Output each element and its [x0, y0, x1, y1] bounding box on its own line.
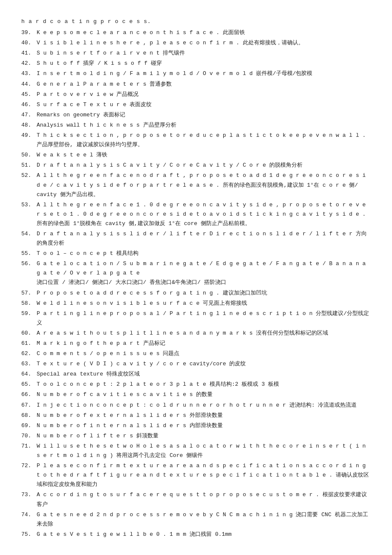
item-number: 71.	[21, 442, 37, 460]
item-text: D r a f t a n a l y s i s s l i d e r / …	[37, 229, 371, 248]
list-item: 54.D r a f t a n a l y s i s s l i d e r…	[21, 229, 371, 248]
item-text: G a t e s n e e d 2 n d p r o c e s s r …	[37, 510, 371, 529]
item-text: P r o p o s e t o a d d r e c e s s f o …	[37, 289, 371, 298]
list-item: 63.T e x t u r e ( V D I ) c a v i t y /…	[21, 359, 371, 369]
item-text: A l l t h e g r e e n f a c e n o d r a …	[37, 171, 371, 199]
list-item: 44.G e n e r a l P a r a m e t e r s 普通参…	[21, 80, 371, 89]
list-item: 55.T o o l – c o n c e p t 模具结构	[21, 249, 371, 258]
list-item: 43.I n s e r t m o l d i n g / F a m i l…	[21, 69, 371, 78]
item-text: P a r t i n g l i n e p r o p o s a l / …	[37, 309, 371, 328]
item-number: 39.	[21, 28, 37, 38]
list-item: 61.M a r k i n g o f t h e p a r t 产品标记	[21, 339, 371, 348]
item-text: N u m b e r o f c a v i t i e s c a v i …	[37, 390, 371, 399]
item-number: 49.	[21, 131, 37, 150]
item-number: 54.	[21, 229, 37, 248]
item-number: 44.	[21, 80, 37, 89]
item-number: 59.	[21, 309, 37, 328]
item-text: C o m m e n t s / o p e n i s s u e s 问题…	[37, 349, 371, 358]
item-number: 65.	[21, 380, 37, 389]
list-item: 70.N u m b e r o f l i f t e r s 斜顶数量	[21, 431, 371, 441]
list-item: 60.A r e a s w i t h o u t s p l i t l i…	[21, 329, 371, 338]
list-item: 45.P a r t o v e r v i e w 产品概况	[21, 90, 371, 99]
item-number: 55.	[21, 249, 37, 258]
item-text: A c c o r d i n g t o s u r f a c e r e …	[37, 490, 371, 509]
list-item: 68.N u m b e r o f e x t e r n a l s l i…	[21, 411, 371, 420]
list-item: 41.S u b i n s e r t f o r a i r v e n t…	[21, 49, 371, 58]
item-text: T o o l – c o n c e p t 模具结构	[37, 249, 371, 258]
item-number: 75.	[21, 530, 37, 539]
intro-line: h a r d c o a t i n g p r o c e s s.	[21, 17, 371, 26]
list-item: 42.S h u t o f f 插穿 / K i s s o f f 碰穿	[21, 59, 371, 68]
list-item: 46.S u r f a c e T e x t u r e 表面皮纹	[21, 100, 371, 110]
item-text: Analysis wall t h i c k n e s s 产品壁厚分析	[37, 121, 371, 130]
item-number: 70.	[21, 431, 37, 441]
item-text: T e x t u r e ( V D I ) c a v i t y / c …	[37, 359, 371, 369]
item-text: W e a k s t e e l 薄铁	[37, 150, 371, 160]
list-item: 50.W e a k s t e e l 薄铁	[21, 150, 371, 160]
items-container: 39.K e e p s o m e c l e a r a n c e o n…	[21, 28, 371, 539]
item-number: 51.	[21, 161, 37, 170]
list-item: 74.G a t e s n e e d 2 n d p r o c e s s…	[21, 510, 371, 529]
list-item: 52.A l l t h e g r e e n f a c e n o d r…	[21, 171, 371, 199]
item-number: 43.	[21, 69, 37, 78]
list-item: 75.G a t e s V e s t i g e w i l l b e 0…	[21, 530, 371, 539]
list-item: 59.P a r t i n g l i n e p r o p o s a l…	[21, 309, 371, 328]
item-number: 62.	[21, 349, 37, 358]
item-text: V i s i b l e l i n e s h e r e , p l e …	[37, 38, 371, 48]
item-number: 46.	[21, 100, 37, 110]
list-item: 58.W e l d l i n e s o n v i s i b l e s…	[21, 299, 371, 308]
item-text: T o o l c o n c e p t : 2 p l a t e o r …	[37, 380, 371, 389]
list-item: 67.I n j e c t i o n c o n c e p t : c o…	[21, 401, 371, 410]
item-number: 41.	[21, 49, 37, 58]
item-text: N u m b e r o f i n t e r n a l s l i d …	[37, 421, 371, 431]
item-text: N u m b e r o f l i f t e r s 斜顶数量	[37, 431, 371, 441]
content-area: h a r d c o a t i n g p r o c e s s. 39.…	[21, 17, 371, 539]
item-number: 73.	[21, 490, 37, 509]
list-item: 53.A l l t h e g r e e n f a c e 1 . 0 d…	[21, 200, 371, 228]
item-text: D r a f t a n a l y s i s C a v i t y / …	[37, 161, 371, 170]
item-text: I n j e c t i o n c o n c e p t : c o l …	[37, 401, 371, 410]
list-item: 48.Analysis wall t h i c k n e s s 产品壁厚分…	[21, 121, 371, 130]
item-number: 64.	[21, 370, 37, 379]
item-number: 40.	[21, 38, 37, 48]
list-item: 47.Remarks on geometry 表面标记	[21, 110, 371, 120]
item-number: 58.	[21, 299, 37, 308]
item-number: 45.	[21, 90, 37, 99]
item-text: I n s e r t m o l d i n g / F a m i l y …	[37, 69, 371, 78]
item-text: P l e a s e c o n f i r m t e x t u r e …	[37, 461, 371, 489]
item-number: 66.	[21, 390, 37, 399]
list-item: 64.Special area texture 特殊皮纹区域	[21, 370, 371, 379]
list-item: 72.P l e a s e c o n f i r m t e x t u r…	[21, 461, 371, 489]
list-item: 57.P r o p o s e t o a d d r e c e s s f…	[21, 289, 371, 298]
item-number: 48.	[21, 121, 37, 130]
item-text: S h u t o f f 插穿 / K i s s o f f 碰穿	[37, 59, 371, 68]
item-number: 57.	[21, 289, 37, 298]
item-number: 67.	[21, 401, 37, 410]
item-number: 63.	[21, 359, 37, 369]
item-number: 47.	[21, 110, 37, 120]
item-number: 50.	[21, 150, 37, 160]
list-item: 73.A c c o r d i n g t o s u r f a c e r…	[21, 490, 371, 509]
item-number: 74.	[21, 510, 37, 529]
item-text: Special area texture 特殊皮纹区域	[37, 370, 371, 379]
item-text: S u r f a c e T e x t u r e 表面皮纹	[37, 100, 371, 110]
item-text: A r e a s w i t h o u t s p l i t l i n …	[37, 329, 371, 338]
list-item: 39.K e e p s o m e c l e a r a n c e o n…	[21, 28, 371, 38]
item-text: W i l l u s e t h e s e t w o H o l e s …	[37, 442, 371, 460]
item-number: 42.	[21, 59, 37, 68]
item-text: S u b i n s e r t f o r a i r v e n t 排气…	[37, 49, 371, 58]
list-item: 65.T o o l c o n c e p t : 2 p l a t e o…	[21, 380, 371, 389]
item-text: A l l t h e g r e e n f a c e 1 . 0 d e …	[37, 200, 371, 228]
item-number: 52.	[21, 171, 37, 199]
item-number: 56.	[21, 259, 37, 287]
list-item: 49.T h i c k s e c t i o n , p r o p o s…	[21, 131, 371, 150]
list-item: 51.D r a f t a n a l y s i s C a v i t y…	[21, 161, 371, 170]
item-text: G a t e l o c a t i o n / S u b m a r i …	[37, 259, 371, 287]
list-item: 69.N u m b e r o f i n t e r n a l s l i…	[21, 421, 371, 431]
item-number: 69.	[21, 421, 37, 431]
list-item: 71.W i l l u s e t h e s e t w o H o l e…	[21, 442, 371, 460]
item-text: P a r t o v e r v i e w 产品概况	[37, 90, 371, 99]
item-text: N u m b e r o f e x t e r n a l s l i d …	[37, 411, 371, 420]
item-text: M a r k i n g o f t h e p a r t 产品标记	[37, 339, 371, 348]
item-number: 68.	[21, 411, 37, 420]
